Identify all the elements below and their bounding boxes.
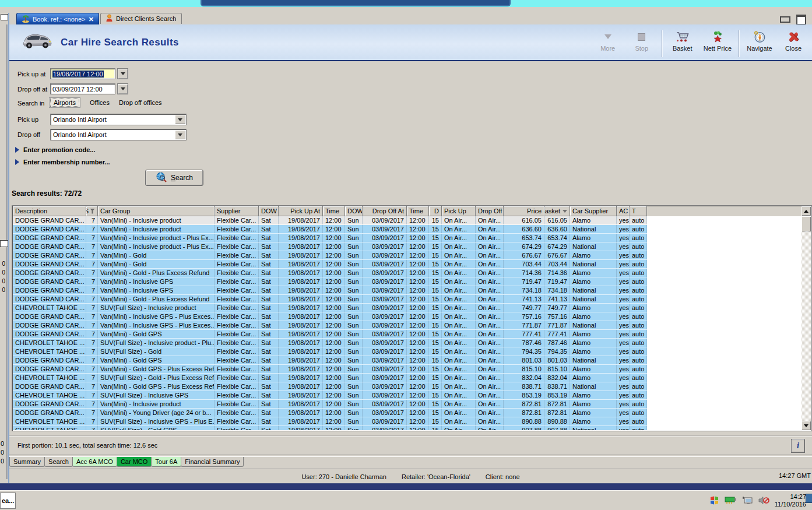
table-cell: 757.16 bbox=[504, 312, 544, 321]
search-button[interactable]: Search bbox=[145, 170, 203, 186]
volume-muted-icon[interactable] bbox=[758, 496, 769, 506]
column-header[interactable]: Pick Up At bbox=[279, 206, 323, 216]
column-header[interactable]: Drop Off At bbox=[363, 206, 407, 216]
column-header[interactable]: Pick Up bbox=[442, 206, 476, 216]
column-header[interactable]: Car Group bbox=[98, 206, 215, 216]
table-row[interactable]: CHEVROLET TAHOE ...7SUV(Full Size) - Gol… bbox=[13, 374, 647, 382]
table-cell: yes bbox=[617, 409, 630, 417]
pick-up-at-input[interactable]: 19/08/2017 12:00 bbox=[50, 68, 115, 79]
close-button[interactable]: Close bbox=[778, 29, 809, 59]
table-row[interactable]: DODGE GRAND CAR...7Van(Mini) - Inclusive… bbox=[13, 400, 647, 409]
table-row[interactable]: CHEVROLET TAHOE ...7SUV(Full Size) - Gol… bbox=[13, 426, 647, 430]
table-cell: yes bbox=[617, 251, 630, 259]
table-cell: Van(Mini) - Gold GPS - Plus Excess Ref..… bbox=[98, 365, 215, 373]
scroll-up-button[interactable] bbox=[802, 206, 811, 216]
drop-off-combobox[interactable]: Orlando Intl Airport bbox=[50, 129, 187, 140]
table-cell: 15 bbox=[429, 312, 442, 321]
bottom-tab-financial-summary[interactable]: Financial Summary bbox=[181, 457, 244, 467]
table-row[interactable]: DODGE GRAND CAR...7Van(Mini) - Inclusive… bbox=[13, 234, 647, 242]
navigate-button[interactable]: Navigate bbox=[744, 29, 775, 59]
table-cell: Flexible Car... bbox=[215, 242, 259, 251]
membership-number-expander[interactable]: Enter membership number... bbox=[15, 159, 110, 166]
pick-up-at-dropdown-button[interactable] bbox=[117, 68, 128, 79]
scrollbar-thumb[interactable] bbox=[802, 216, 811, 231]
table-row[interactable]: CHEVROLET TAHOE ...7SUV(Full Size) - Gol… bbox=[13, 347, 647, 356]
search-in-option-airports[interactable]: Airports bbox=[49, 97, 80, 108]
scroll-down-button[interactable] bbox=[802, 421, 811, 430]
table-row[interactable]: DODGE GRAND CAR...7Van(Mini) - Gold GPS … bbox=[13, 365, 647, 374]
tab-booking-ref[interactable]: Book. ref.: <none> ✕ bbox=[16, 13, 99, 24]
column-header[interactable]: Basket bbox=[544, 206, 570, 216]
column-header[interactable]: Price bbox=[504, 206, 544, 216]
table-cell: 15 bbox=[429, 304, 442, 312]
taskbar-app-button[interactable]: ea... bbox=[0, 493, 16, 509]
table-row[interactable]: DODGE GRAND CAR...7Van(Mini) - Young Dri… bbox=[13, 409, 647, 417]
column-header[interactable]: Drop Off bbox=[476, 206, 504, 216]
bottom-tab-summary[interactable]: Summary bbox=[9, 457, 45, 467]
column-header[interactable]: D bbox=[429, 206, 442, 216]
table-row[interactable]: CHEVROLET TAHOE ...7SUV(Full Size) - Inc… bbox=[13, 339, 647, 347]
antivirus-shield-icon[interactable] bbox=[709, 495, 719, 507]
more-button[interactable]: More bbox=[593, 29, 623, 59]
table-row[interactable]: CHEVROLET TAHOE ...7SUV(Full Size) - Inc… bbox=[13, 417, 647, 426]
column-header[interactable]: T bbox=[630, 206, 647, 216]
column-header[interactable]: Car Supplier bbox=[570, 206, 617, 216]
table-row[interactable]: DODGE GRAND CAR...7Van(Mini) - Gold GPS … bbox=[13, 382, 647, 391]
network-adapter-icon[interactable] bbox=[725, 496, 737, 505]
bottom-tab-search[interactable]: Search bbox=[44, 457, 73, 467]
pick-up-combobox[interactable]: Orlando Intl Airport bbox=[50, 114, 187, 125]
nett-price-button[interactable]: Nett Price bbox=[701, 29, 734, 59]
table-row[interactable]: DODGE GRAND CAR...7Van(Mini) - GoldFlexi… bbox=[13, 260, 647, 269]
search-in-option-drop-off-offices[interactable]: Drop off offices bbox=[119, 98, 162, 107]
table-row[interactable]: DODGE GRAND CAR...7Van(Mini) - Inclusive… bbox=[13, 216, 647, 225]
table-cell: 19/08/2017 bbox=[279, 382, 323, 391]
table-cell: On Air... bbox=[442, 347, 476, 356]
column-header[interactable]: DOW bbox=[345, 206, 363, 216]
drop-off-at-dropdown-button[interactable] bbox=[117, 83, 128, 94]
table-row[interactable]: DODGE GRAND CAR...7Van(Mini) - Inclusive… bbox=[13, 242, 647, 251]
column-header[interactable]: DOW bbox=[259, 206, 279, 216]
basket-button[interactable]: Basket bbox=[667, 29, 698, 59]
bottom-tab-car-mco[interactable]: Car MCO bbox=[117, 457, 152, 467]
table-row[interactable]: CHEVROLET TAHOE ...7SUV(Full Size) - Inc… bbox=[13, 391, 647, 400]
chevron-down-icon[interactable] bbox=[175, 130, 185, 139]
column-header[interactable]: S bbox=[86, 206, 98, 216]
column-header[interactable]: Time bbox=[323, 206, 345, 216]
bottom-tab-tour-6a[interactable]: Tour 6A bbox=[151, 457, 181, 467]
tab-close-icon[interactable]: ✕ bbox=[89, 16, 94, 22]
chevron-down-icon[interactable] bbox=[175, 115, 185, 124]
column-header[interactable]: Supplier bbox=[215, 206, 259, 216]
tab-direct-clients-search[interactable]: Direct Clients Search bbox=[100, 13, 182, 24]
table-row[interactable]: DODGE GRAND CAR...7Van(Mini) - Inclusive… bbox=[13, 225, 647, 234]
drop-off-at-input[interactable]: 03/09/2017 12:00 bbox=[50, 83, 115, 94]
table-row[interactable]: CHEVROLET TAHOE ...7SUV(Full Size) - Inc… bbox=[13, 304, 647, 312]
table-row[interactable]: DODGE GRAND CAR...7Van(Mini) - Gold - Pl… bbox=[13, 295, 647, 304]
promotion-code-expander[interactable]: Enter promotion code... bbox=[15, 146, 95, 153]
column-header[interactable]: AC bbox=[617, 206, 630, 216]
table-cell: 815.10 bbox=[544, 365, 570, 373]
table-row[interactable]: DODGE GRAND CAR...7Van(Mini) - Gold GPSF… bbox=[13, 356, 647, 365]
search-in-option-offices[interactable]: Offices bbox=[90, 98, 110, 107]
table-row[interactable]: DODGE GRAND CAR...7Van(Mini) - GoldFlexi… bbox=[13, 251, 647, 260]
table-row[interactable]: DODGE GRAND CAR...7Van(Mini) - Inclusive… bbox=[13, 277, 647, 286]
info-button[interactable]: i bbox=[791, 439, 805, 453]
table-cell: DODGE GRAND CAR... bbox=[13, 365, 86, 373]
table-row[interactable]: DODGE GRAND CAR...7Van(Mini) - Inclusive… bbox=[13, 321, 647, 330]
table-cell: 19/08/2017 bbox=[279, 225, 323, 233]
search-globe-icon bbox=[156, 171, 167, 184]
table-cell: 15 bbox=[429, 400, 442, 408]
table-cell: On Air... bbox=[442, 417, 476, 425]
table-cell: 03/09/2017 bbox=[363, 312, 407, 321]
table-row[interactable]: DODGE GRAND CAR...7Van(Mini) - Inclusive… bbox=[13, 286, 647, 295]
table-cell: 03/09/2017 bbox=[363, 409, 407, 417]
table-row[interactable]: DODGE GRAND CAR...7Van(Mini) - Inclusive… bbox=[13, 312, 647, 321]
stop-button[interactable]: Stop bbox=[627, 29, 657, 59]
vertical-scrollbar[interactable] bbox=[802, 206, 811, 430]
table-row[interactable]: DODGE GRAND CAR...7Van(Mini) - Gold - Pl… bbox=[13, 269, 647, 277]
column-header[interactable]: Time bbox=[407, 206, 429, 216]
taskbar-clock[interactable]: 14:27 11/10/2016 bbox=[775, 493, 806, 508]
network-connection-icon[interactable] bbox=[742, 496, 753, 506]
bottom-tab-acc-6a-mco[interactable]: Acc 6A MCO bbox=[72, 457, 117, 467]
table-row[interactable]: DODGE GRAND CAR...7Van(Mini) - Gold GPSF… bbox=[13, 330, 647, 339]
column-header[interactable]: Description bbox=[13, 206, 86, 216]
